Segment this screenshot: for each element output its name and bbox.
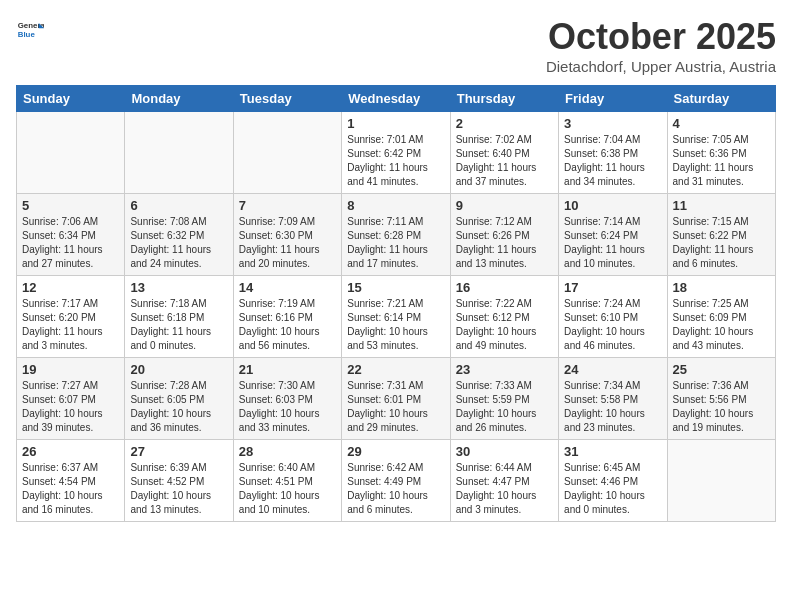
day-number: 14 bbox=[239, 280, 336, 295]
day-cell: 3Sunrise: 7:04 AM Sunset: 6:38 PM Daylig… bbox=[559, 112, 667, 194]
title-block: October 2025 Dietachdorf, Upper Austria,… bbox=[546, 16, 776, 75]
header-monday: Monday bbox=[125, 86, 233, 112]
day-cell: 27Sunrise: 6:39 AM Sunset: 4:52 PM Dayli… bbox=[125, 440, 233, 522]
day-info: Sunrise: 7:09 AM Sunset: 6:30 PM Dayligh… bbox=[239, 215, 336, 271]
day-number: 10 bbox=[564, 198, 661, 213]
day-cell: 12Sunrise: 7:17 AM Sunset: 6:20 PM Dayli… bbox=[17, 276, 125, 358]
day-cell: 22Sunrise: 7:31 AM Sunset: 6:01 PM Dayli… bbox=[342, 358, 450, 440]
day-number: 8 bbox=[347, 198, 444, 213]
day-number: 4 bbox=[673, 116, 770, 131]
day-info: Sunrise: 7:36 AM Sunset: 5:56 PM Dayligh… bbox=[673, 379, 770, 435]
day-cell: 14Sunrise: 7:19 AM Sunset: 6:16 PM Dayli… bbox=[233, 276, 341, 358]
week-row-2: 5Sunrise: 7:06 AM Sunset: 6:34 PM Daylig… bbox=[17, 194, 776, 276]
day-info: Sunrise: 7:15 AM Sunset: 6:22 PM Dayligh… bbox=[673, 215, 770, 271]
day-cell: 7Sunrise: 7:09 AM Sunset: 6:30 PM Daylig… bbox=[233, 194, 341, 276]
day-number: 25 bbox=[673, 362, 770, 377]
day-info: Sunrise: 7:30 AM Sunset: 6:03 PM Dayligh… bbox=[239, 379, 336, 435]
day-number: 17 bbox=[564, 280, 661, 295]
day-number: 6 bbox=[130, 198, 227, 213]
day-number: 15 bbox=[347, 280, 444, 295]
day-number: 5 bbox=[22, 198, 119, 213]
day-number: 28 bbox=[239, 444, 336, 459]
day-number: 1 bbox=[347, 116, 444, 131]
day-info: Sunrise: 7:06 AM Sunset: 6:34 PM Dayligh… bbox=[22, 215, 119, 271]
day-info: Sunrise: 7:27 AM Sunset: 6:07 PM Dayligh… bbox=[22, 379, 119, 435]
day-info: Sunrise: 7:02 AM Sunset: 6:40 PM Dayligh… bbox=[456, 133, 553, 189]
week-row-4: 19Sunrise: 7:27 AM Sunset: 6:07 PM Dayli… bbox=[17, 358, 776, 440]
day-info: Sunrise: 7:28 AM Sunset: 6:05 PM Dayligh… bbox=[130, 379, 227, 435]
day-cell: 19Sunrise: 7:27 AM Sunset: 6:07 PM Dayli… bbox=[17, 358, 125, 440]
day-number: 7 bbox=[239, 198, 336, 213]
day-info: Sunrise: 7:01 AM Sunset: 6:42 PM Dayligh… bbox=[347, 133, 444, 189]
day-cell: 13Sunrise: 7:18 AM Sunset: 6:18 PM Dayli… bbox=[125, 276, 233, 358]
day-cell: 23Sunrise: 7:33 AM Sunset: 5:59 PM Dayli… bbox=[450, 358, 558, 440]
day-cell: 31Sunrise: 6:45 AM Sunset: 4:46 PM Dayli… bbox=[559, 440, 667, 522]
day-cell: 29Sunrise: 6:42 AM Sunset: 4:49 PM Dayli… bbox=[342, 440, 450, 522]
day-info: Sunrise: 6:45 AM Sunset: 4:46 PM Dayligh… bbox=[564, 461, 661, 517]
day-cell bbox=[17, 112, 125, 194]
day-cell: 1Sunrise: 7:01 AM Sunset: 6:42 PM Daylig… bbox=[342, 112, 450, 194]
day-cell: 30Sunrise: 6:44 AM Sunset: 4:47 PM Dayli… bbox=[450, 440, 558, 522]
day-cell: 26Sunrise: 6:37 AM Sunset: 4:54 PM Dayli… bbox=[17, 440, 125, 522]
day-number: 21 bbox=[239, 362, 336, 377]
day-number: 22 bbox=[347, 362, 444, 377]
calendar-subtitle: Dietachdorf, Upper Austria, Austria bbox=[546, 58, 776, 75]
day-number: 12 bbox=[22, 280, 119, 295]
header-friday: Friday bbox=[559, 86, 667, 112]
day-info: Sunrise: 6:39 AM Sunset: 4:52 PM Dayligh… bbox=[130, 461, 227, 517]
day-info: Sunrise: 7:21 AM Sunset: 6:14 PM Dayligh… bbox=[347, 297, 444, 353]
day-number: 26 bbox=[22, 444, 119, 459]
day-info: Sunrise: 7:14 AM Sunset: 6:24 PM Dayligh… bbox=[564, 215, 661, 271]
day-number: 27 bbox=[130, 444, 227, 459]
day-info: Sunrise: 6:42 AM Sunset: 4:49 PM Dayligh… bbox=[347, 461, 444, 517]
day-number: 23 bbox=[456, 362, 553, 377]
logo: General Blue bbox=[16, 16, 44, 44]
day-cell: 8Sunrise: 7:11 AM Sunset: 6:28 PM Daylig… bbox=[342, 194, 450, 276]
header-sunday: Sunday bbox=[17, 86, 125, 112]
day-cell: 21Sunrise: 7:30 AM Sunset: 6:03 PM Dayli… bbox=[233, 358, 341, 440]
header-tuesday: Tuesday bbox=[233, 86, 341, 112]
day-info: Sunrise: 7:31 AM Sunset: 6:01 PM Dayligh… bbox=[347, 379, 444, 435]
day-number: 9 bbox=[456, 198, 553, 213]
day-cell bbox=[125, 112, 233, 194]
day-cell: 2Sunrise: 7:02 AM Sunset: 6:40 PM Daylig… bbox=[450, 112, 558, 194]
day-cell: 28Sunrise: 6:40 AM Sunset: 4:51 PM Dayli… bbox=[233, 440, 341, 522]
page-header: General Blue October 2025 Dietachdorf, U… bbox=[16, 16, 776, 75]
day-info: Sunrise: 6:44 AM Sunset: 4:47 PM Dayligh… bbox=[456, 461, 553, 517]
week-row-5: 26Sunrise: 6:37 AM Sunset: 4:54 PM Dayli… bbox=[17, 440, 776, 522]
day-info: Sunrise: 7:24 AM Sunset: 6:10 PM Dayligh… bbox=[564, 297, 661, 353]
day-info: Sunrise: 7:04 AM Sunset: 6:38 PM Dayligh… bbox=[564, 133, 661, 189]
day-info: Sunrise: 7:17 AM Sunset: 6:20 PM Dayligh… bbox=[22, 297, 119, 353]
day-info: Sunrise: 6:40 AM Sunset: 4:51 PM Dayligh… bbox=[239, 461, 336, 517]
day-number: 29 bbox=[347, 444, 444, 459]
day-info: Sunrise: 7:22 AM Sunset: 6:12 PM Dayligh… bbox=[456, 297, 553, 353]
day-number: 24 bbox=[564, 362, 661, 377]
day-cell: 5Sunrise: 7:06 AM Sunset: 6:34 PM Daylig… bbox=[17, 194, 125, 276]
day-cell: 16Sunrise: 7:22 AM Sunset: 6:12 PM Dayli… bbox=[450, 276, 558, 358]
day-info: Sunrise: 7:05 AM Sunset: 6:36 PM Dayligh… bbox=[673, 133, 770, 189]
day-number: 19 bbox=[22, 362, 119, 377]
day-number: 11 bbox=[673, 198, 770, 213]
day-cell bbox=[233, 112, 341, 194]
day-number: 20 bbox=[130, 362, 227, 377]
day-cell: 15Sunrise: 7:21 AM Sunset: 6:14 PM Dayli… bbox=[342, 276, 450, 358]
day-cell: 11Sunrise: 7:15 AM Sunset: 6:22 PM Dayli… bbox=[667, 194, 775, 276]
day-info: Sunrise: 7:25 AM Sunset: 6:09 PM Dayligh… bbox=[673, 297, 770, 353]
day-cell: 17Sunrise: 7:24 AM Sunset: 6:10 PM Dayli… bbox=[559, 276, 667, 358]
week-row-1: 1Sunrise: 7:01 AM Sunset: 6:42 PM Daylig… bbox=[17, 112, 776, 194]
day-cell: 6Sunrise: 7:08 AM Sunset: 6:32 PM Daylig… bbox=[125, 194, 233, 276]
day-info: Sunrise: 7:11 AM Sunset: 6:28 PM Dayligh… bbox=[347, 215, 444, 271]
calendar-table: Sunday Monday Tuesday Wednesday Thursday… bbox=[16, 85, 776, 522]
day-number: 31 bbox=[564, 444, 661, 459]
day-cell: 10Sunrise: 7:14 AM Sunset: 6:24 PM Dayli… bbox=[559, 194, 667, 276]
day-cell: 18Sunrise: 7:25 AM Sunset: 6:09 PM Dayli… bbox=[667, 276, 775, 358]
week-row-3: 12Sunrise: 7:17 AM Sunset: 6:20 PM Dayli… bbox=[17, 276, 776, 358]
calendar-title: October 2025 bbox=[546, 16, 776, 58]
day-number: 13 bbox=[130, 280, 227, 295]
day-info: Sunrise: 6:37 AM Sunset: 4:54 PM Dayligh… bbox=[22, 461, 119, 517]
day-info: Sunrise: 7:34 AM Sunset: 5:58 PM Dayligh… bbox=[564, 379, 661, 435]
day-info: Sunrise: 7:33 AM Sunset: 5:59 PM Dayligh… bbox=[456, 379, 553, 435]
day-cell bbox=[667, 440, 775, 522]
weekday-header-row: Sunday Monday Tuesday Wednesday Thursday… bbox=[17, 86, 776, 112]
day-number: 18 bbox=[673, 280, 770, 295]
